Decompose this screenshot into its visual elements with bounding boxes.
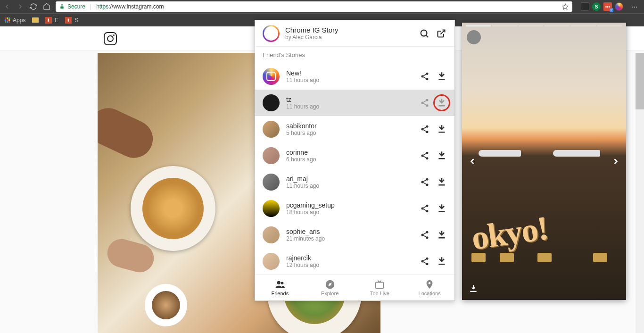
svg-point-16 — [426, 125, 429, 128]
share-icon[interactable] — [420, 256, 430, 266]
search-button[interactable] — [419, 28, 430, 39]
bookmark-icon: ⬇ — [45, 17, 52, 24]
story-image[interactable] — [462, 23, 626, 300]
svg-point-41 — [421, 234, 424, 236]
svg-point-48 — [426, 263, 429, 265]
forward-button[interactable] — [16, 2, 25, 11]
story-item[interactable]: pcgaming_setup18 hours ago — [255, 195, 454, 222]
svg-point-35 — [421, 208, 424, 210]
story-username: corinne — [286, 149, 413, 156]
download-icon[interactable] — [437, 230, 447, 240]
share-icon[interactable] — [420, 230, 430, 240]
download-icon[interactable] — [437, 150, 447, 161]
svg-rect-9 — [438, 79, 445, 80]
svg-line-3 — [426, 35, 429, 37]
svg-point-47 — [421, 260, 424, 263]
story-item[interactable]: sophie_aris21 minutes ago — [255, 222, 454, 248]
svg-rect-0 — [60, 7, 63, 9]
download-icon[interactable] — [437, 124, 447, 134]
story-list[interactable]: New!11 hours agotz11 hours agosabikontor… — [255, 63, 454, 274]
story-item[interactable]: tz11 hours ago — [255, 90, 454, 116]
story-author-avatar[interactable] — [467, 30, 481, 44]
nav-tab-top-live[interactable]: Top Live — [355, 275, 405, 300]
download-icon[interactable] — [437, 177, 447, 187]
bookmark-e[interactable]: ⬇E — [45, 17, 58, 24]
story-item[interactable]: ari_maj11 hours ago — [255, 169, 454, 195]
popup-header: Chrome IG Story by Alec Garcia — [255, 20, 454, 47]
share-icon[interactable] — [420, 203, 430, 214]
page-scrollbar[interactable] — [636, 53, 644, 333]
story-avatar — [263, 253, 280, 270]
extension-icon-3[interactable]: •••2 — [603, 2, 612, 11]
section-header: Friend's Stories — [255, 47, 454, 63]
download-icon[interactable] — [437, 203, 447, 214]
story-item[interactable]: corinne6 hours ago — [255, 142, 454, 169]
story-info: New!11 hours ago — [286, 69, 413, 83]
download-icon[interactable] — [437, 98, 447, 108]
svg-point-57 — [429, 282, 431, 284]
story-avatar — [263, 174, 280, 191]
svg-point-22 — [426, 152, 429, 154]
svg-point-24 — [426, 157, 429, 159]
share-icon[interactable] — [420, 124, 430, 134]
story-timestamp: 11 hours ago — [286, 77, 413, 83]
download-icon[interactable] — [437, 71, 447, 82]
svg-line-26 — [423, 153, 426, 155]
back-button[interactable] — [3, 2, 11, 11]
nav-tab-label: Friends — [272, 291, 289, 296]
story-timestamp: 18 hours ago — [286, 209, 413, 216]
reload-button[interactable] — [29, 2, 38, 11]
extension-icon-2[interactable]: S — [592, 2, 601, 11]
secure-label: Secure — [67, 3, 85, 10]
story-prev-button[interactable] — [468, 154, 477, 169]
folder-icon — [32, 17, 39, 23]
instagram-logo-icon[interactable] — [104, 32, 117, 45]
nav-tab-friends[interactable]: Friends — [255, 275, 305, 300]
story-next-button[interactable] — [611, 154, 620, 169]
bookmark-folder[interactable] — [32, 17, 39, 23]
nav-tab-icon — [424, 279, 435, 290]
story-avatar — [263, 94, 280, 111]
share-icon[interactable] — [420, 177, 430, 187]
svg-rect-15 — [438, 105, 445, 107]
nav-tab-label: Locations — [419, 291, 441, 296]
story-progress — [466, 25, 622, 26]
browser-toolbar: Secure | https://www.instagram.com S •••… — [0, 0, 644, 13]
nav-tab-explore[interactable]: Explore — [305, 275, 355, 300]
bookmark-star-icon[interactable] — [562, 3, 569, 10]
svg-point-36 — [426, 210, 429, 212]
story-username: ari_maj — [286, 175, 413, 183]
extension-icon-1[interactable] — [581, 2, 589, 11]
svg-rect-56 — [376, 282, 384, 288]
story-username: sophie_aris — [286, 228, 413, 235]
address-bar[interactable]: Secure | https://www.instagram.com — [56, 1, 572, 12]
svg-point-17 — [421, 128, 424, 131]
nav-tab-locations[interactable]: Locations — [405, 275, 454, 300]
story-avatar — [263, 121, 280, 138]
story-timestamp: 6 hours ago — [286, 156, 413, 163]
home-button[interactable] — [42, 2, 51, 11]
share-icon[interactable] — [420, 71, 430, 82]
svg-point-12 — [426, 104, 429, 107]
chrome-menu-button[interactable]: ⋮ — [628, 4, 641, 9]
open-external-button[interactable] — [436, 28, 447, 39]
chrome-ig-story-extension-icon[interactable] — [615, 2, 623, 11]
apps-button[interactable]: Apps — [5, 17, 25, 24]
bookmark-s[interactable]: ⬇S — [65, 17, 78, 24]
story-item[interactable]: rajnercik12 hours ago — [255, 248, 454, 274]
download-highlight — [433, 94, 450, 111]
nav-tab-icon — [325, 279, 335, 290]
share-icon[interactable] — [420, 98, 430, 108]
download-icon[interactable] — [437, 256, 447, 266]
story-timestamp: 11 hours ago — [286, 103, 413, 110]
popup-bottom-nav: FriendsExploreTop LiveLocations — [255, 274, 454, 300]
svg-rect-21 — [438, 132, 445, 133]
story-viewer: okyo! — [462, 23, 626, 300]
story-item[interactable]: New!11 hours ago — [255, 63, 454, 90]
story-download-button[interactable] — [469, 284, 478, 293]
svg-point-52 — [277, 281, 280, 284]
share-icon[interactable] — [420, 150, 430, 161]
svg-point-29 — [421, 181, 424, 183]
story-item[interactable]: sabikontor5 hours ago — [255, 116, 454, 142]
svg-point-34 — [426, 205, 429, 207]
